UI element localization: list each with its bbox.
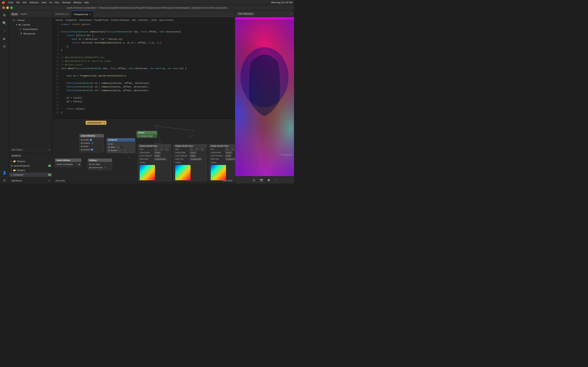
breadcrumb-josh[interactable]: Josh (132, 19, 136, 21)
loop-animation-node[interactable]: Loop Animation Enable Duration 9 Reset (79, 134, 104, 152)
assets-header[interactable]: Assets (9, 153, 53, 159)
menu-terminal[interactable]: Terminal (62, 1, 71, 4)
shader-size-w-3[interactable] (225, 148, 229, 151)
screenshot-icon[interactable]: 📷 (260, 178, 263, 182)
device-output-port[interactable] (138, 135, 140, 137)
add-object-button[interactable]: + (49, 148, 50, 151)
scene-item-camera[interactable]: ▶ 📷 Camera (9, 22, 53, 27)
composer-direction-x-input[interactable] (118, 149, 123, 152)
subtract-first-port[interactable] (89, 164, 91, 165)
more-options-icon[interactable]: ⋯ (274, 178, 277, 182)
breadcrumb-spark[interactable]: _Spark (150, 19, 157, 21)
window-controls[interactable] (2, 7, 13, 9)
loop-enable-port[interactable] (81, 139, 82, 141)
subtract-second-port[interactable] (89, 167, 91, 168)
shader-size-w-1[interactable] (154, 148, 158, 151)
composer-tex-port[interactable] (108, 143, 110, 145)
menu-window[interactable]: Window (73, 1, 81, 4)
shader-color-channel-select-2[interactable]: RGBA (190, 155, 196, 157)
breadcrumb-googledrive[interactable]: GoogleDrive (66, 19, 77, 21)
camera-node-port-right[interactable]: ● (104, 122, 104, 124)
menu-code[interactable]: Code (8, 1, 13, 4)
assets-item-textures-folder[interactable]: ▼ 📁 Textures (9, 159, 53, 164)
shader-color-channel-select-1[interactable]: RGBA (154, 155, 160, 157)
loop-duration-port[interactable] (81, 142, 82, 144)
activity-icon-extensions[interactable]: ⊞ (1, 43, 8, 49)
menu-view[interactable]: View (42, 1, 46, 4)
tab-composer[interactable]: Composer.sca × (71, 11, 94, 17)
shader-size-h-2[interactable] (195, 148, 199, 151)
maximize-window-button[interactable] (10, 7, 13, 9)
menu-help[interactable]: Help (84, 1, 89, 4)
activity-icon-run[interactable]: ▶ (1, 35, 8, 42)
assets-item-composer[interactable]: ◈ Composer A (9, 173, 53, 177)
user-sharing-dropdown[interactable]: User (Sharing) ▾ (237, 12, 255, 15)
apple-menu-icon[interactable]: 🍎 (2, 1, 5, 4)
shader-size-w-2[interactable] (190, 148, 194, 151)
layers-tab[interactable]: Layers (20, 13, 27, 15)
camera-view-icon[interactable]: 🎥 (252, 178, 256, 182)
loop-mirrored-checkbox[interactable] (91, 149, 93, 151)
minimize-window-button[interactable] (6, 7, 9, 9)
composer-offset-input[interactable] (116, 146, 124, 149)
menu-go[interactable]: Go (49, 1, 52, 4)
composer-direction-y-input[interactable] (124, 149, 129, 152)
menu-run[interactable]: Run (55, 1, 59, 4)
loop-mirrored-port[interactable] (81, 149, 82, 150)
tab-composer-close[interactable]: × (89, 13, 91, 16)
breadcrumb-spark-func[interactable]: spark-sl-functio... (159, 19, 175, 21)
scene-item-device[interactable]: ▶ □ Device → (9, 18, 53, 22)
close-window-button[interactable] (2, 7, 5, 9)
breadcrumb-workspace[interactable]: workspace (138, 19, 148, 21)
camera-texture-node[interactable]: cameraTexture0 ● (86, 121, 106, 125)
shader-data-type-select-3[interactable]: Unsigned Byte (225, 158, 235, 160)
shader-size-d-2[interactable] (200, 148, 204, 151)
shader-sizing-mode-select-2[interactable]: Screen (190, 151, 197, 154)
scene-tab[interactable]: Scene (11, 12, 18, 15)
shader-pass-2[interactable]: Shader Render Pass Size Sizing Mode Scre… (173, 144, 207, 181)
assets-item-shaders-folder[interactable]: ▼ 📁 Shaders (9, 168, 53, 173)
node-graph[interactable]: cameraTexture0 ● Loop Animation Enable D… (53, 119, 235, 184)
activity-icon-account[interactable]: 👤 (1, 170, 8, 176)
menu-time: Wed Aug 18 2:35 PM (271, 1, 292, 4)
preview-expand-icon[interactable]: ⤢ (290, 12, 292, 15)
activity-icon-source-control[interactable]: ⑂ (1, 28, 8, 34)
menu-edit[interactable]: Edit (23, 1, 26, 4)
add-patch-button[interactable]: + Add Patch (221, 180, 232, 182)
assets-item-camera-texture[interactable]: 🖼 cameraTexture0 A (9, 164, 53, 168)
device-screen-output-node[interactable]: Device Screen Output (137, 131, 157, 138)
shader-data-type-select-2[interactable]: Unsigned Byte (190, 158, 202, 160)
vertex-attribute-node[interactable]: Vertex Attribute Texture Coordinates (55, 158, 81, 167)
shader-sizing-mode-select-3[interactable]: Screen (225, 151, 232, 154)
activity-icon-settings[interactable]: ⚙ (1, 177, 8, 184)
shader-data-type-select-1[interactable]: Unsigned Byte (154, 158, 167, 160)
record-icon[interactable]: ⏺ (267, 178, 270, 182)
breadcrumb-popular[interactable]: PopulAR Studio (94, 19, 109, 21)
composer-node[interactable]: Composer tex offset direction (107, 138, 135, 153)
shader-pass-1[interactable]: Shader Render Pass Size Sizing Mode Scre… (138, 144, 172, 181)
composer-direction-port[interactable] (108, 150, 110, 151)
loop-enable-checkbox[interactable] (90, 139, 92, 141)
subtract-node[interactable]: Subtract First Value Second Value 1 (87, 158, 112, 170)
vertex-attr-output-port[interactable] (78, 164, 80, 165)
add-asset-button[interactable]: + (49, 179, 50, 182)
breadcrumb-volumes[interactable]: Volumes (55, 19, 63, 21)
tab-readme[interactable]: README.md (53, 11, 71, 17)
activity-icon-search[interactable]: 🔍 (1, 20, 8, 26)
show-map-button[interactable]: Show Map (55, 180, 65, 182)
breadcrumb-shared[interactable]: Shared drives (79, 19, 92, 21)
composer-offset-port[interactable] (108, 147, 110, 148)
menu-file[interactable]: File (16, 1, 20, 4)
shader-pass-3[interactable]: Shader Render Pass Size Sizing Mode Scre… (209, 144, 235, 181)
shader-size-d-1[interactable] (165, 148, 169, 151)
shader-size-h-1[interactable] (159, 148, 164, 151)
loop-reset-port[interactable] (81, 146, 82, 147)
menu-selection[interactable]: Selection (29, 1, 39, 4)
shader-sizing-mode-select-1[interactable]: Screen (154, 151, 161, 154)
shader-size-h-3[interactable] (231, 148, 234, 151)
activity-icon-explorer[interactable]: ⎘ (1, 12, 8, 18)
shader-color-channel-select-3[interactable]: RGBA (225, 155, 232, 157)
scene-item-focal-distance[interactable]: ◎ Focal Distance (9, 27, 53, 31)
breadcrumb-creators[interactable]: Creators Workspace (111, 19, 130, 21)
scene-item-microphone[interactable]: 🎤 Microphone (9, 31, 53, 36)
